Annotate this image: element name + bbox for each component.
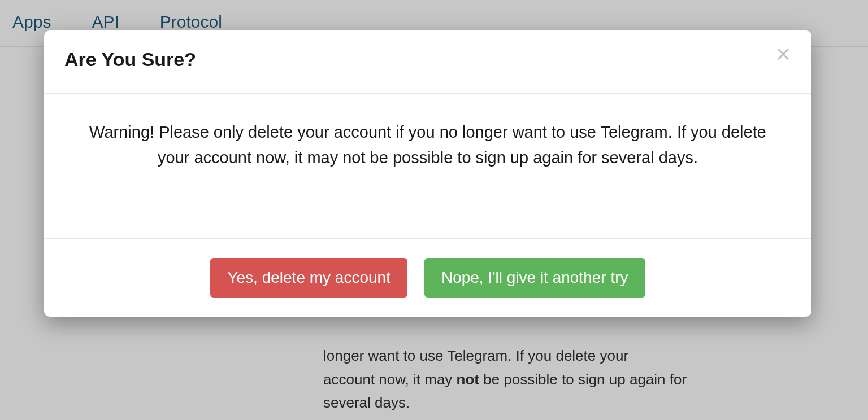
close-button[interactable] — [775, 46, 791, 64]
modal-warning-text: Warning! Please only delete your account… — [78, 120, 778, 170]
confirm-delete-modal: Are You Sure? Warning! Please only delet… — [44, 30, 811, 317]
modal-title: Are You Sure? — [64, 49, 196, 71]
modal-header: Are You Sure? — [44, 30, 811, 94]
confirm-delete-button[interactable]: Yes, delete my account — [210, 258, 407, 298]
cancel-delete-button[interactable]: Nope, I'll give it another try — [424, 258, 645, 298]
modal-footer: Yes, delete my account Nope, I'll give i… — [44, 238, 811, 317]
modal-body: Warning! Please only delete your account… — [44, 94, 811, 238]
close-icon — [775, 46, 791, 64]
